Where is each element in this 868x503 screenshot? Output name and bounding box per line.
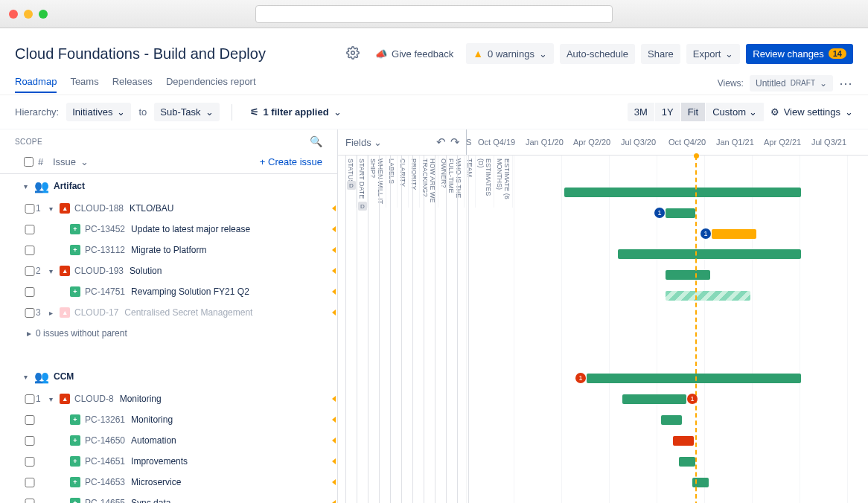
- chevron-icon[interactable]: ▾: [49, 395, 60, 403]
- zoom-3m[interactable]: 3M: [628, 103, 655, 121]
- issue-key[interactable]: PC-13112: [85, 245, 125, 255]
- issue-summary[interactable]: Sync data: [131, 498, 170, 503]
- gantt-bar[interactable]: [666, 291, 750, 301]
- issue-summary[interactable]: KTLO/BAU: [130, 203, 173, 214]
- hierarchy-from-select[interactable]: Initiatives ⌄: [66, 103, 131, 121]
- filter-applied[interactable]: ⚟ 1 filter applied ⌄: [244, 103, 348, 121]
- tab-releases[interactable]: Releases: [112, 71, 153, 93]
- issue-key[interactable]: CLOUD-17: [74, 307, 118, 318]
- issue-summary[interactable]: Monitoring: [120, 394, 162, 404]
- gantt-bar[interactable]: [679, 457, 695, 467]
- issue-summary[interactable]: Solution: [130, 266, 162, 276]
- issue-key[interactable]: PC-14650: [85, 435, 125, 446]
- row-checkbox[interactable]: [24, 394, 36, 404]
- row-checkbox[interactable]: [24, 499, 36, 504]
- issue-key[interactable]: CLOUD-193: [74, 266, 124, 276]
- gantt-bar[interactable]: [622, 394, 686, 404]
- gantt-bar[interactable]: [673, 436, 694, 446]
- issue-key[interactable]: CLOUD-188: [74, 203, 124, 214]
- hierarchy-to-select[interactable]: Sub-Task ⌄: [154, 103, 219, 121]
- issue-summary[interactable]: Centralised Secret Management: [124, 307, 252, 318]
- gantt-bar[interactable]: [666, 208, 695, 218]
- create-issue-link[interactable]: + Create issue: [260, 156, 322, 167]
- warning-marker: [332, 226, 336, 232]
- row-checkbox[interactable]: [24, 457, 36, 467]
- row-checkbox[interactable]: [24, 478, 36, 487]
- timeline-panel: Fields ⌄ ↶ ↷ STATUSSTART DATEWHEN WILL I…: [338, 129, 868, 503]
- row-checkbox[interactable]: [24, 436, 36, 446]
- zoom-custom[interactable]: Custom ⌄: [706, 103, 764, 121]
- feedback-button[interactable]: 📣 Give feedback: [368, 44, 460, 64]
- without-parent-link[interactable]: ▸ 0 issues without parent: [0, 323, 337, 344]
- maximize-window[interactable]: [39, 10, 48, 19]
- row-checkbox[interactable]: [24, 266, 36, 276]
- chevron-icon[interactable]: ▸: [49, 309, 60, 317]
- issue-key[interactable]: PC-14655: [85, 498, 125, 503]
- dependency-badge[interactable]: 1: [575, 373, 586, 383]
- tab-teams[interactable]: Teams: [70, 71, 98, 93]
- tab-roadmap[interactable]: Roadmap: [15, 71, 57, 93]
- issue-summary[interactable]: Improvements: [131, 456, 188, 467]
- month-label: Apr Q2/20: [573, 138, 621, 147]
- row-checkbox[interactable]: [24, 308, 36, 318]
- view-status: DRAFT: [791, 79, 815, 87]
- header-actions: 📣 Give feedback ▲ 0 warnings ⌄ Auto-sche…: [368, 43, 853, 64]
- tab-dependencies[interactable]: Dependencies report: [166, 71, 256, 93]
- gear-icon[interactable]: [346, 46, 360, 62]
- issue-key[interactable]: PC-14653: [85, 477, 125, 487]
- issue-summary[interactable]: Automation: [131, 435, 176, 446]
- more-icon[interactable]: ⋯: [839, 75, 853, 92]
- story-icon: +: [70, 477, 80, 487]
- review-changes-button[interactable]: Review changes 14: [746, 44, 853, 64]
- issue-key[interactable]: PC-14751: [85, 286, 125, 297]
- gantt-bar[interactable]: [661, 415, 682, 425]
- chevron-icon[interactable]: ▾: [49, 267, 60, 275]
- gantt-bar[interactable]: [666, 270, 710, 280]
- issue-summary[interactable]: Monitoring: [131, 414, 173, 425]
- gantt-bar[interactable]: [564, 188, 801, 197]
- address-bar[interactable]: [255, 5, 613, 23]
- warnings-button[interactable]: ▲ 0 warnings ⌄: [466, 43, 554, 64]
- zoom-fit[interactable]: Fit: [681, 103, 706, 121]
- chevron-down-icon[interactable]: ▾: [24, 373, 34, 381]
- issue-summary[interactable]: Revamping Solution FY21 Q2: [131, 286, 249, 297]
- issue-summary[interactable]: Update to latest major release: [131, 224, 250, 234]
- issue-summary[interactable]: Migrate to Platform: [131, 245, 206, 255]
- minimize-window[interactable]: [24, 10, 33, 19]
- issue-col-header[interactable]: Issue ⌄: [53, 156, 89, 167]
- close-window[interactable]: [9, 10, 18, 19]
- review-label: Review changes: [753, 48, 823, 60]
- undo-icon[interactable]: ↶: [436, 135, 446, 149]
- issue-summary[interactable]: Microservice: [131, 477, 181, 487]
- gantt-bar[interactable]: [618, 249, 801, 259]
- view-settings-button[interactable]: ⚙ View settings ⌄: [770, 106, 853, 118]
- dependency-badge[interactable]: 1: [654, 208, 665, 218]
- gantt-bar[interactable]: [712, 229, 756, 239]
- row-checkbox[interactable]: [24, 287, 36, 297]
- search-icon[interactable]: 🔍: [310, 135, 322, 147]
- chevron-down-icon[interactable]: ▾: [24, 182, 34, 190]
- issue-key[interactable]: PC-14651: [85, 456, 125, 467]
- dependency-badge[interactable]: 1: [687, 394, 698, 404]
- num-col: #: [38, 156, 53, 167]
- share-button[interactable]: Share: [641, 44, 680, 64]
- row-checkbox[interactable]: [24, 415, 36, 425]
- row-checkbox[interactable]: [24, 225, 36, 234]
- gantt-bar[interactable]: [587, 374, 801, 383]
- redo-icon[interactable]: ↷: [450, 135, 460, 149]
- chevron-icon[interactable]: ▾: [49, 205, 60, 213]
- megaphone-icon: 📣: [375, 48, 387, 60]
- dependency-badge[interactable]: 1: [701, 228, 711, 239]
- view-selector[interactable]: Untitled DRAFT ⌄: [750, 75, 833, 92]
- select-all-checkbox[interactable]: [24, 157, 33, 167]
- issue-key[interactable]: PC-13452: [85, 224, 125, 234]
- export-button[interactable]: Export ⌄: [686, 44, 741, 64]
- row-checkbox[interactable]: [24, 246, 36, 255]
- gantt-chart[interactable]: 1111: [466, 156, 868, 503]
- row-checkbox[interactable]: [24, 204, 36, 214]
- issue-key[interactable]: PC-13261: [85, 414, 125, 425]
- issue-key[interactable]: CLOUD-8: [74, 394, 114, 404]
- fields-dropdown[interactable]: Fields ⌄: [345, 137, 382, 148]
- auto-schedule-button[interactable]: Auto-schedule: [560, 44, 635, 64]
- zoom-1y[interactable]: 1Y: [655, 103, 681, 121]
